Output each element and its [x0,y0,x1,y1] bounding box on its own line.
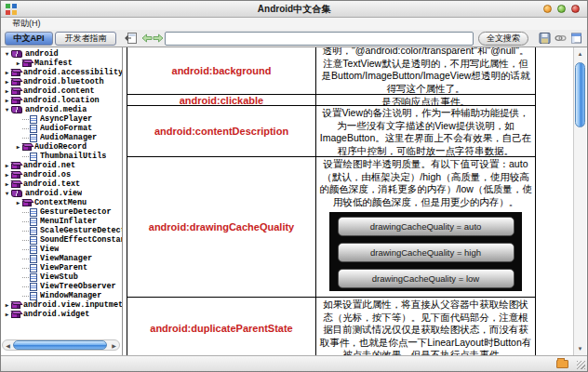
open-package-icon [11,190,22,197]
expand-icon[interactable]: ▶ [3,87,11,95]
forward-icon[interactable] [153,32,164,45]
attr-table: android:background透明，"@android:color/tra… [127,47,536,355]
tree-item-label: AsyncPlayer [40,114,92,124]
scroll-thumb[interactable] [13,340,107,350]
fulltext-search-button[interactable]: 全文搜索 [478,32,528,46]
tree-item-ThumbnailUtils[interactable]: ThumbnailUtils [1,152,122,161]
attr-row-drawingCacheQuality: android:drawingCacheQuality设置绘图时半透明质量。有以… [127,157,535,298]
tree-item-android-view-inputmethod[interactable]: ▶android.view.inputmethod [1,300,122,310]
tree-item-AudioRecord[interactable]: ▶AudioRecord [1,142,122,152]
back-icon[interactable] [141,32,153,45]
expand-icon[interactable]: ▶ [3,180,11,188]
tree-item-label: ContextMenu [34,198,87,207]
tree-item-android-text[interactable]: ▶android.text [1,179,122,189]
tree-item-android-os[interactable]: ▶android.os [1,170,122,179]
tree-horizontal-scrollbar[interactable]: ◀ ▶ [2,339,120,351]
tree-item-android-media[interactable]: ▼android.media [1,105,122,114]
tree-item-android-view[interactable]: ▼android.view [1,189,122,198]
window-icon[interactable] [570,32,582,45]
tree-item-android[interactable]: ▼android [1,49,122,59]
locate-in-tree-icon[interactable] [125,32,138,45]
tree-item-AsyncPlayer[interactable]: AsyncPlayer [1,114,122,124]
tree-item-label: ViewParent [40,263,87,272]
attr-description-text: 透明，"@android:color/transparent"和"@null"。… [319,47,532,94]
scroll-right-icon[interactable]: ▶ [109,340,119,350]
tree-item-android-widget[interactable]: ▶android.widget [1,310,122,319]
statusbar [1,355,587,371]
tree-item-label: ViewManager [40,254,92,263]
minimize-button[interactable] [543,5,552,13]
class-doc-icon [30,125,37,133]
tree-item-View[interactable]: View [1,245,122,254]
expand-icon[interactable]: ▶ [3,171,11,179]
tree-line [22,212,29,213]
package-icon [11,89,20,95]
tree-line [22,138,29,139]
expand-icon[interactable]: ▶ [14,143,22,151]
tree-item-android-content[interactable]: ▶android.content [1,86,122,96]
expand-icon[interactable]: ▶ [3,311,11,318]
scroll-left-icon[interactable]: ◀ [3,340,13,350]
open-package-icon [11,106,22,113]
tree-item-android-accessibilityservice[interactable]: ▶android.accessibilityservice [1,68,122,77]
expand-icon[interactable]: ▶ [3,97,11,104]
link-icon[interactable] [555,32,567,45]
attr-description-text: 设置View的备注说明，作为一种辅助功能提供，为一些没有文字描述的View提供说… [319,107,532,156]
expand-icon[interactable]: ▶ [3,69,11,76]
attr-row-duplicateParentState: android:duplicateParentState如果设置此属性，将直接从… [127,298,535,355]
tree-item-android-bluetooth[interactable]: ▶android.bluetooth [1,77,122,86]
scroll-up-icon[interactable]: ▲ [574,48,586,60]
collapse-icon[interactable]: ▼ [3,51,11,58]
tree-item-AudioFormat[interactable]: AudioFormat [1,124,122,133]
resize-grip[interactable] [577,361,585,369]
tree-line [22,221,29,222]
close-button[interactable] [571,5,580,13]
tree-item-MenuInflater[interactable]: MenuInflater [1,217,122,226]
folder-icon[interactable] [556,360,568,368]
tree-item-AudioManager[interactable]: AudioManager [1,133,122,142]
tab-chinese-api[interactable]: 中文API [5,32,53,46]
package-icon [22,145,32,151]
attr-description: 透明，"@android:color/transparent"和"@null"。… [316,47,535,94]
attr-row-contentDescription: android:contentDescription设置View的备注说明，作为… [127,106,535,157]
tree-item-ScaleGestureDetector[interactable]: ScaleGestureDetector [1,226,122,235]
tree-item-label: Manifest [34,59,73,68]
tree-item-SoundEffectConstants[interactable]: SoundEffectConstants [1,235,122,245]
search-input[interactable] [165,32,474,46]
attr-description-text: 是否响应点击事件。 [319,96,532,105]
tree-item-android-net[interactable]: ▶android.net [1,161,122,170]
tree-item-label: android.view [25,189,82,198]
expand-icon[interactable]: ▶ [3,301,11,309]
tree-item-android-location[interactable]: ▶android.location [1,96,122,105]
attr-name: android:clickable [127,95,316,105]
expand-icon[interactable]: ▶ [3,162,11,169]
tree-item-WindowManager[interactable]: WindowManager [1,291,122,300]
tree-item-label: ThumbnailUtils [40,152,106,161]
tree-item-ViewStub[interactable]: ViewStub [1,272,122,282]
expand-icon[interactable]: ▶ [14,199,22,206]
tree-item-ViewManager[interactable]: ViewManager [1,254,122,263]
package-icon [11,80,20,86]
expand-icon[interactable]: ▶ [3,78,11,86]
tree-line [22,128,29,129]
tree-item-ContextMenu[interactable]: ▶ContextMenu [1,198,122,207]
content-vertical-scrollbar[interactable]: ▲ ▼ [573,47,586,355]
tab-dev-guide[interactable]: 开发者指南 [55,32,116,46]
scroll-thumb[interactable] [575,62,585,127]
maximize-button[interactable] [557,5,566,13]
package-icon [11,312,20,318]
collapse-icon[interactable]: ▼ [3,107,11,113]
expand-icon[interactable]: ▶ [14,60,22,67]
collapse-icon[interactable]: ▼ [3,191,11,197]
save-icon[interactable] [539,32,551,45]
tree-item-label: MenuInflater [40,217,97,226]
tree-panel: ▼android▶Manifest▶android.accessibilitys… [1,47,123,355]
scroll-down-icon[interactable]: ▼ [574,343,586,354]
tree-item-GestureDetector[interactable]: GestureDetector [1,207,122,217]
menu-help[interactable]: 帮助(H) [8,18,45,30]
tree-item-label: android.os [23,170,71,179]
tree-item-ViewTreeObserver[interactable]: ViewTreeObserver [1,282,122,291]
tree-item-ViewParent[interactable]: ViewParent [1,263,122,272]
tree-item-Manifest[interactable]: ▶Manifest [1,59,122,68]
app-icon [6,4,17,15]
